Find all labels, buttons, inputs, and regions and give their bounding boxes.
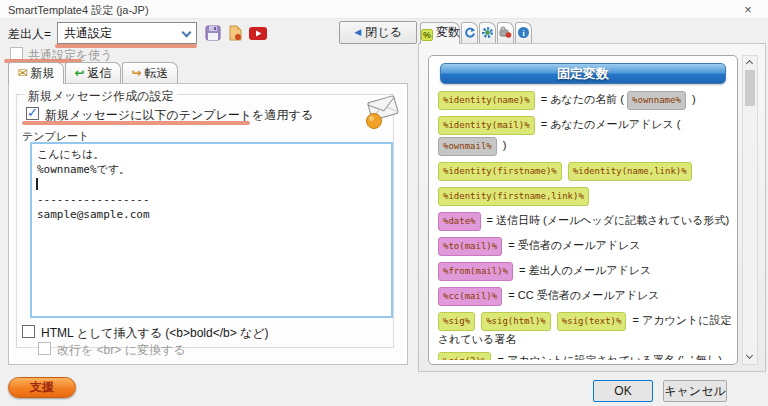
tab-forward[interactable]: ↪転送 bbox=[122, 62, 178, 83]
envelope-graphic-icon bbox=[363, 92, 403, 130]
variable-row: %date% = 送信日時 (メールヘッダに記載されている形式) bbox=[438, 211, 738, 232]
variable-badge[interactable]: %to(mail)% bbox=[438, 237, 502, 256]
scroll-down-button[interactable] bbox=[743, 351, 757, 364]
tab-new-label: 新規 bbox=[31, 66, 55, 80]
chevron-down-icon bbox=[746, 352, 753, 359]
annotation-underline-apply-template bbox=[22, 121, 250, 125]
variable-description: = アカウントに設定されている署名 ('--' 無し) bbox=[494, 354, 722, 360]
new-mail-icon: ✉ bbox=[17, 66, 27, 80]
support-button[interactable]: 支援 bbox=[8, 377, 76, 398]
variable-description: = あなたのメールアドレス ( bbox=[538, 118, 681, 130]
variable-row: %to(mail)% = 受信者のメールアドレス bbox=[438, 236, 738, 257]
close-button[interactable]: ◀閉じる bbox=[339, 21, 417, 44]
from-label: 差出人= bbox=[8, 26, 51, 43]
identity-select[interactable]: 共通設定 bbox=[57, 22, 197, 44]
variable-badge[interactable]: %ownname% bbox=[627, 91, 686, 110]
variable-badge[interactable]: %sig(html)% bbox=[481, 312, 551, 331]
cancel-button[interactable]: キャンセル bbox=[663, 380, 727, 402]
titlebar: SmartTemplate4 設定 (ja-JP) × bbox=[0, 0, 768, 19]
fixed-variables-header: 固定変数 bbox=[440, 63, 726, 84]
forward-icon: ↪ bbox=[131, 66, 141, 80]
variable-badge[interactable]: %sig% bbox=[438, 312, 475, 331]
variable-description: = 差出人のメールアドレス bbox=[516, 264, 651, 276]
variable-badge[interactable]: %identity(name,link)% bbox=[568, 162, 692, 181]
insert-html-checkbox[interactable] bbox=[22, 325, 35, 338]
variable-badge[interactable]: %cc(mail)% bbox=[438, 287, 502, 306]
identity-select-value: 共通設定 bbox=[64, 26, 112, 40]
insert-html-label: HTML として挿入する (<b>bold</b> など) bbox=[41, 325, 269, 342]
tab-settings[interactable] bbox=[479, 22, 496, 43]
variable-row: %identity(firstname)% %identity(name,lin… bbox=[438, 161, 738, 182]
youtube-icon[interactable] bbox=[249, 27, 267, 40]
ok-button[interactable]: OK bbox=[593, 380, 653, 402]
variable-row: %from(mail)% = 差出人のメールアドレス bbox=[438, 261, 738, 282]
variable-badge[interactable]: %ownmail% bbox=[438, 137, 497, 156]
percent-icon: % bbox=[421, 29, 433, 41]
variable-row: %identity(mail)% = あなたのメールアドレス ( %ownmai… bbox=[438, 115, 738, 157]
variable-row: %cc(mail)% = CC 受信者のメールアドレス bbox=[438, 286, 738, 307]
window-title: SmartTemplate4 設定 (ja-JP) bbox=[8, 3, 149, 18]
variable-description: ) bbox=[689, 93, 696, 105]
back-arrow-icon: ◀ bbox=[354, 27, 361, 37]
scrollbar[interactable] bbox=[742, 55, 758, 365]
variable-badge[interactable]: %from(mail)% bbox=[438, 262, 513, 281]
scrollbar-thumb[interactable] bbox=[745, 70, 755, 106]
tab-info[interactable]: i bbox=[515, 22, 532, 43]
tab-reply[interactable]: ↩返信 bbox=[65, 62, 121, 83]
variable-row: %sig(2)% = アカウントに設定されている署名 ('--' 無し) bbox=[438, 351, 738, 360]
close-button-label: 閉じる bbox=[365, 25, 402, 39]
tab-new[interactable]: ✉新規 bbox=[8, 62, 64, 84]
template-file-icon[interactable] bbox=[227, 25, 243, 41]
tab-advanced[interactable] bbox=[497, 22, 514, 43]
reply-icon: ↩ bbox=[74, 66, 84, 80]
variable-row: %sig% %sig(html)% %sig(text)% = アカウントに設定… bbox=[438, 311, 738, 347]
save-icon[interactable] bbox=[205, 25, 221, 41]
variable-badge[interactable]: %identity(firstname)% bbox=[438, 162, 562, 181]
variable-description: ) bbox=[500, 139, 507, 151]
apply-template-checkbox[interactable] bbox=[26, 107, 39, 120]
variable-description: = 送信日時 (メールヘッダに記載されている形式) bbox=[484, 214, 730, 226]
info-icon: i bbox=[516, 26, 531, 39]
variable-description: = CC 受信者のメールアドレス bbox=[505, 289, 659, 301]
variable-badge[interactable]: %identity(firstname,link)% bbox=[438, 187, 589, 206]
tab-forward-label: 転送 bbox=[145, 66, 169, 80]
tab-refresh[interactable] bbox=[461, 22, 478, 43]
window-close-icon[interactable]: × bbox=[738, 1, 758, 18]
variable-description: = 受信者のメールアドレス bbox=[505, 239, 640, 251]
variable-badge[interactable]: %sig(text)% bbox=[557, 312, 627, 331]
convert-br-checkbox bbox=[38, 342, 51, 355]
chevron-down-icon bbox=[182, 28, 192, 38]
variable-row: %identity(firstname,link)% bbox=[438, 186, 738, 207]
scroll-up-button[interactable] bbox=[743, 56, 757, 69]
tab-variables-label: 変数 bbox=[436, 25, 460, 39]
compose-group-title: 新規メッセージ作成の設定 bbox=[24, 88, 177, 105]
chevron-up-icon bbox=[746, 60, 753, 67]
text-caret bbox=[36, 178, 38, 190]
variable-description: = あなたの名前 ( bbox=[538, 93, 627, 105]
convert-br-label: 改行を <br> に変換する bbox=[57, 342, 185, 359]
variable-badge[interactable]: %identity(mail)% bbox=[438, 116, 535, 135]
tools-icon bbox=[498, 26, 513, 39]
tab-variables[interactable]: %変数 bbox=[420, 22, 460, 44]
tab-reply-label: 返信 bbox=[88, 66, 112, 80]
refresh-icon bbox=[462, 26, 477, 39]
variables-list: %identity(name)% = あなたの名前 ( %ownname% )%… bbox=[438, 90, 738, 360]
variable-badge[interactable]: %sig(2)% bbox=[438, 352, 491, 360]
variable-row: %identity(name)% = あなたの名前 ( %ownname% ) bbox=[438, 90, 738, 111]
gear-icon bbox=[480, 26, 495, 39]
variable-badge[interactable]: %date% bbox=[438, 212, 481, 231]
template-textarea[interactable]: こんにちは。 %ownname%です。 ----------------- sa… bbox=[30, 142, 393, 318]
variable-badge[interactable]: %identity(name)% bbox=[438, 91, 535, 110]
smarttemplate-settings-window: SmartTemplate4 設定 (ja-JP) × 差出人= 共通設定 ◀閉… bbox=[0, 0, 768, 406]
